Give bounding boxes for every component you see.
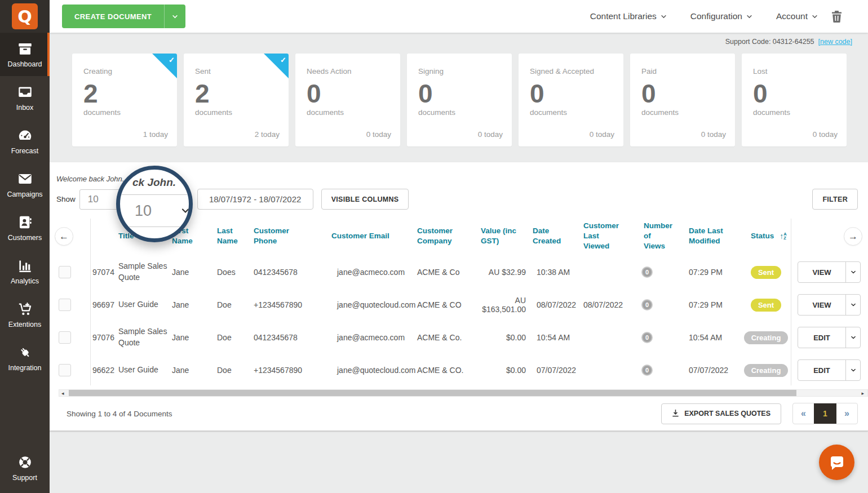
card-today-count: 0 today xyxy=(366,130,391,139)
date-created-cell: 10:38 AM xyxy=(533,268,583,277)
scrollbar-left-arrow-icon[interactable]: ◂ xyxy=(61,390,64,396)
nav-account[interactable]: Account xyxy=(776,11,818,21)
trash-icon[interactable] xyxy=(831,11,842,23)
row-checkbox[interactable] xyxy=(59,266,71,278)
sort-az-icon[interactable]: ↑AZ xyxy=(780,231,786,242)
quote-id-cell: 96697 xyxy=(90,300,118,309)
customer-company-cell: ACME & Co xyxy=(417,268,471,277)
chevron-down-icon[interactable] xyxy=(164,5,185,28)
row-action-button[interactable]: EDIT xyxy=(798,359,861,381)
scroll-columns-left-button[interactable]: ← xyxy=(55,227,73,246)
date-created-column-header[interactable]: Date Created xyxy=(533,226,583,246)
status-cell: Creating xyxy=(741,331,791,344)
new-code-link[interactable]: [new code] xyxy=(818,38,852,46)
sidebar-item-support[interactable]: Support xyxy=(0,446,50,490)
inbox-tray-icon xyxy=(17,85,33,100)
status-card[interactable]: Signed & Accepted 0 documents 0 today xyxy=(519,54,623,146)
first-name-cell: Jane xyxy=(172,300,217,309)
customer-company-column-header[interactable]: Customer Company xyxy=(417,226,471,246)
customer-email-column-header[interactable]: Customer Email xyxy=(316,231,417,241)
sidebar-item-dashboard[interactable]: Dashboard xyxy=(0,33,50,76)
row-checkbox-cell xyxy=(59,299,90,311)
chat-launcher-button[interactable] xyxy=(819,445,854,480)
status-card[interactable]: Paid 0 documents 0 today xyxy=(630,54,735,146)
previous-page-button[interactable]: « xyxy=(793,403,814,424)
chevron-down-icon xyxy=(181,206,190,215)
customer-phone-cell: +1234567890 xyxy=(254,366,316,375)
chevron-down-icon[interactable] xyxy=(845,295,860,315)
date-last-modified-column-header[interactable]: Date Last Modified xyxy=(679,226,741,246)
sidebar-item-integration[interactable]: Integration xyxy=(0,336,50,380)
sidebar-item-campaigns[interactable]: Campaigns xyxy=(0,163,50,206)
nav-content-libraries[interactable]: Content Libraries xyxy=(590,11,667,21)
last-name-cell: Doe xyxy=(217,366,254,375)
card-today-count: 0 today xyxy=(701,130,726,139)
number-of-views-column-header[interactable]: Number of Views xyxy=(637,221,679,252)
table-row: 96697 User Guide Jane Doe +1234567890 ja… xyxy=(59,288,868,321)
date-created-cell: 07/07/2022 xyxy=(533,366,583,375)
horizontal-scrollbar[interactable]: ◂ ▸ xyxy=(59,389,868,397)
chevron-down-icon[interactable] xyxy=(845,360,860,380)
row-action-button[interactable]: VIEW xyxy=(798,294,861,316)
status-card[interactable]: Signing 0 documents 0 today xyxy=(407,54,512,146)
scroll-columns-right-button[interactable]: → xyxy=(844,227,862,246)
row-checkbox[interactable] xyxy=(59,299,71,311)
bar-chart-icon xyxy=(17,258,33,273)
row-action-button[interactable]: EDIT xyxy=(798,327,861,348)
scrollbar-thumb[interactable] xyxy=(69,390,796,396)
status-card[interactable]: ✓ Creating 2 documents 1 today xyxy=(72,54,177,146)
date-created-cell: 10:54 AM xyxy=(533,333,583,342)
create-document-button[interactable]: CREATE DOCUMENT xyxy=(62,5,185,28)
last-name-column-header[interactable]: Last Name xyxy=(217,226,254,246)
quotes-table: Title First Name Last Name Customer Phon… xyxy=(50,216,868,387)
customer-phone-column-header[interactable]: Customer Phone xyxy=(254,226,316,246)
chevron-down-icon[interactable] xyxy=(845,262,860,282)
card-unit: documents xyxy=(641,108,725,117)
results-count-text: Showing 1 to 4 of 4 Documents xyxy=(67,410,172,418)
title-cell: User Guide xyxy=(118,365,172,376)
current-page-number[interactable]: 1 xyxy=(814,403,836,424)
next-page-button[interactable]: » xyxy=(836,403,857,424)
scrollbar-right-arrow-icon[interactable]: ▸ xyxy=(861,390,864,396)
export-sales-quotes-button[interactable]: EXPORT SALES QUOTES xyxy=(661,403,781,424)
actions-cell: VIEW xyxy=(791,294,868,316)
nav-label: Configuration xyxy=(690,11,742,21)
last-name-cell: Doe xyxy=(217,300,254,309)
card-today-count: 1 today xyxy=(143,130,168,139)
sidebar-item-customers[interactable]: Customers xyxy=(0,206,50,250)
nav-label: Content Libraries xyxy=(590,11,657,21)
views-cell: 0 xyxy=(637,365,679,376)
customer-email-cell: jane@acmeco.com xyxy=(316,268,417,277)
customer-email-cell: jane@quotecloud.com xyxy=(316,366,417,375)
customer-last-viewed-column-header[interactable]: Customer Last Viewed xyxy=(583,221,637,252)
chevron-down-icon xyxy=(661,14,667,20)
status-card[interactable]: Needs Action 0 documents 0 today xyxy=(295,54,400,146)
app-logo[interactable]: Q xyxy=(0,0,50,33)
table-footer: Showing 1 to 4 of 4 Documents EXPORT SAL… xyxy=(67,401,858,426)
status-card[interactable]: Lost 0 documents 0 today xyxy=(742,54,847,146)
row-checkbox-cell xyxy=(59,266,90,278)
status-cell: Creating xyxy=(741,364,791,377)
visible-columns-button[interactable]: VISIBLE COLUMNS xyxy=(321,189,409,210)
date-last-modified-cell: 07:29 PM xyxy=(679,300,741,309)
row-checkbox[interactable] xyxy=(59,331,71,344)
status-column-header[interactable]: Status ↑AZ xyxy=(741,231,791,242)
sidebar-spacer xyxy=(0,380,50,446)
status-card[interactable]: ✓ Sent 2 documents 2 today xyxy=(184,54,289,146)
date-range-input[interactable] xyxy=(197,189,313,210)
quotecloud-logo-icon: Q xyxy=(12,3,38,29)
sidebar-item-inbox[interactable]: Inbox xyxy=(0,76,50,119)
sidebar-item-analytics[interactable]: Analytics xyxy=(0,250,50,293)
chevron-down-icon[interactable] xyxy=(845,327,860,348)
value-column-header[interactable]: Value (inc GST) xyxy=(471,226,533,246)
sidebar-item-forecast[interactable]: Forecast xyxy=(0,119,50,163)
zoom-annotation-circle: ck John. 10 xyxy=(116,166,193,242)
nav-configuration[interactable]: Configuration xyxy=(690,11,752,21)
app-window: Q Dashboard Inbox Forecast Campaigns Cus… xyxy=(0,0,868,493)
filter-button[interactable]: FILTER xyxy=(812,189,858,210)
sidebar-item-extentions[interactable]: Extentions xyxy=(0,293,50,336)
row-checkbox[interactable] xyxy=(59,364,71,376)
card-today-count: 0 today xyxy=(478,130,503,139)
row-action-button[interactable]: VIEW xyxy=(798,261,861,283)
last-name-cell: Doe xyxy=(217,333,254,342)
